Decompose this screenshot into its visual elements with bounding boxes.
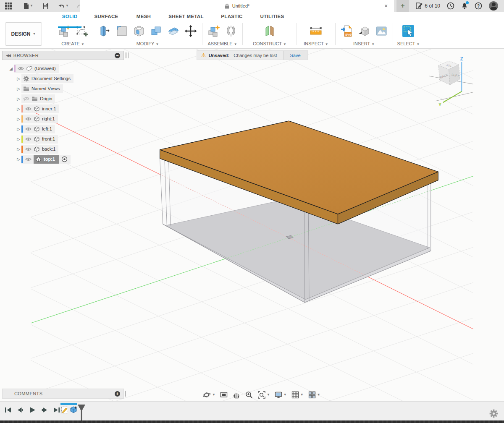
tree-item-label[interactable]: back:1: [42, 146, 55, 151]
tree-item-label[interactable]: Document Settings: [32, 76, 71, 81]
look-at-icon[interactable]: [219, 390, 229, 400]
tree-row-inner[interactable]: ▷ inner:1: [2, 104, 128, 114]
tab-mesh[interactable]: MESH: [127, 12, 160, 21]
eye-icon[interactable]: [25, 107, 32, 111]
play-icon[interactable]: [28, 405, 37, 415]
tree-row-back[interactable]: ▷ back:1: [2, 144, 128, 154]
save-button[interactable]: Save: [283, 51, 307, 60]
viewports-icon[interactable]: ▼: [307, 390, 321, 400]
create-menu[interactable]: CREATE▼: [61, 41, 84, 47]
extrude-feature-icon[interactable]: [69, 405, 78, 414]
expand-caret-icon[interactable]: ▷: [16, 127, 21, 131]
close-tab-button[interactable]: ×: [382, 2, 390, 10]
browser-panel-header[interactable]: ◀◀ BROWSER −: [2, 51, 124, 60]
tree-item-label[interactable]: Origin: [40, 96, 52, 101]
hide-panel-button[interactable]: −: [115, 53, 120, 58]
modify-menu[interactable]: MODIFY▼: [136, 41, 159, 47]
expand-caret-icon[interactable]: ◢: [8, 66, 14, 71]
offset-face-icon[interactable]: [166, 24, 181, 38]
tree-row-right[interactable]: ▷ right:1: [2, 114, 128, 124]
canvas-icon[interactable]: [374, 24, 388, 38]
joint-icon[interactable]: [224, 24, 238, 38]
gear-icon[interactable]: [489, 409, 498, 418]
zoom-icon[interactable]: [244, 390, 254, 400]
eye-icon[interactable]: [18, 66, 24, 71]
orbit-icon[interactable]: ▼: [202, 390, 216, 400]
tree-item-label[interactable]: (Unsaved): [34, 66, 56, 71]
expand-caret-icon[interactable]: ▷: [16, 86, 21, 91]
go-to-end-icon[interactable]: [52, 405, 61, 415]
measure-icon[interactable]: [309, 24, 323, 38]
eye-icon[interactable]: [25, 137, 32, 141]
document-tab[interactable]: Untitled* ×: [80, 0, 394, 12]
grid-icon[interactable]: ▼: [290, 390, 304, 400]
eye-icon[interactable]: [25, 147, 32, 151]
tab-utilities[interactable]: UTILITIES: [252, 12, 292, 21]
new-tab-button[interactable]: +: [396, 0, 409, 12]
tree-item-label[interactable]: Named Views: [32, 86, 60, 91]
construct-plane-icon[interactable]: [262, 24, 277, 38]
file-menu-button[interactable]: ▼: [21, 2, 35, 10]
tree-row-root[interactable]: ◢ (Unsaved): [2, 63, 128, 73]
insert-svg-icon[interactable]: SVG: [340, 24, 354, 38]
design-workspace-button[interactable]: DESIGN▼: [5, 22, 42, 46]
tree-row-top-selected[interactable]: ▷ top:1: [2, 154, 128, 164]
tree-row-left[interactable]: ▷ left:1: [2, 124, 128, 134]
expand-caret-icon[interactable]: ▷: [16, 97, 21, 101]
tree-row-named-views[interactable]: ▷ Named Views: [2, 84, 128, 94]
press-pull-icon[interactable]: [97, 24, 112, 38]
avatar[interactable]: [489, 1, 498, 10]
tree-item-label[interactable]: inner:1: [42, 106, 56, 111]
step-back-icon[interactable]: [16, 405, 25, 415]
expand-caret-icon[interactable]: ▷: [16, 137, 21, 141]
display-settings-icon[interactable]: ▼: [273, 390, 288, 400]
help-button[interactable]: ?: [475, 2, 482, 10]
expand-caret-icon[interactable]: ▷: [16, 107, 21, 111]
step-forward-icon[interactable]: [40, 405, 49, 415]
expand-caret-icon[interactable]: ▷: [16, 76, 21, 81]
go-to-start-icon[interactable]: [3, 405, 13, 415]
viewcube[interactable]: Z Y BACK LEFT TOP: [429, 56, 473, 107]
sketch-feature-icon[interactable]: [61, 406, 68, 414]
shell-icon[interactable]: [132, 24, 146, 38]
job-status-button[interactable]: 6 of 10: [416, 3, 440, 9]
tree-row-document-settings[interactable]: ▷ Document Settings: [2, 73, 128, 84]
fillet-icon[interactable]: [115, 24, 129, 38]
tab-solid[interactable]: SOLID: [54, 12, 86, 21]
tab-plastic[interactable]: PLASTIC: [212, 12, 252, 21]
combine-icon[interactable]: [149, 24, 163, 38]
tree-row-front[interactable]: ▷ front:1: [2, 134, 128, 144]
add-comment-button[interactable]: +: [115, 391, 120, 397]
select-menu[interactable]: SELECT▼: [397, 41, 420, 47]
tree-item-label[interactable]: left:1: [42, 126, 52, 131]
eye-hidden-icon[interactable]: [23, 97, 29, 101]
timeline-playhead[interactable]: [77, 404, 86, 421]
tree-item-label[interactable]: top:1: [44, 157, 55, 162]
move-icon[interactable]: [184, 24, 198, 38]
tab-surface[interactable]: SURFACE: [86, 12, 127, 21]
expand-caret-icon[interactable]: ▷: [16, 117, 21, 121]
panel-grip[interactable]: [126, 52, 129, 58]
eye-icon[interactable]: [25, 157, 32, 162]
insert-mesh-icon[interactable]: [357, 24, 371, 38]
panel-grip[interactable]: [125, 391, 127, 397]
tree-row-origin[interactable]: ▷ Origin: [2, 94, 128, 104]
undo-button[interactable]: ▼: [56, 2, 71, 10]
activate-radio-icon[interactable]: [61, 156, 68, 162]
eye-icon[interactable]: [25, 117, 32, 121]
expand-caret-icon[interactable]: ▷: [16, 157, 21, 162]
collapse-panel-icon[interactable]: ◀◀: [6, 53, 10, 57]
expand-caret-icon[interactable]: ▷: [16, 147, 21, 151]
app-grid-icon[interactable]: [3, 2, 14, 10]
select-icon[interactable]: [401, 24, 415, 38]
tree-item-label[interactable]: right:1: [42, 116, 55, 121]
inspect-menu[interactable]: INSPECT▼: [304, 41, 328, 47]
save-button[interactable]: [41, 2, 50, 10]
pan-icon[interactable]: [231, 390, 242, 400]
notifications-button[interactable]: [461, 3, 468, 10]
fit-icon[interactable]: ▼: [257, 390, 271, 400]
construct-menu[interactable]: CONSTRUCT▼: [253, 41, 286, 47]
tab-sheet-metal[interactable]: SHEET METAL: [160, 12, 212, 21]
clock-button[interactable]: [447, 2, 454, 10]
assemble-menu[interactable]: ASSEMBLE▼: [207, 41, 237, 47]
